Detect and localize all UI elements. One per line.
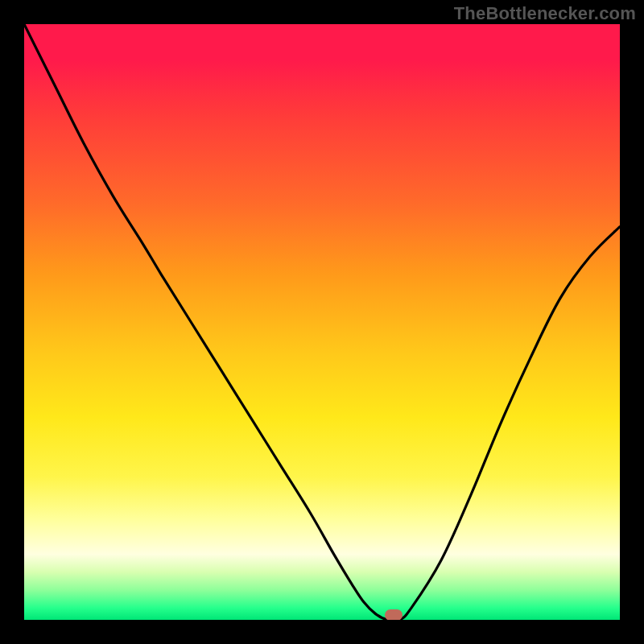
bottleneck-curve xyxy=(24,24,620,620)
attribution-label: TheBottlenecker.com xyxy=(454,3,636,24)
chart-frame: TheBottlenecker.com xyxy=(0,0,644,644)
plot-area xyxy=(24,24,620,620)
optimal-point-marker xyxy=(385,609,402,620)
